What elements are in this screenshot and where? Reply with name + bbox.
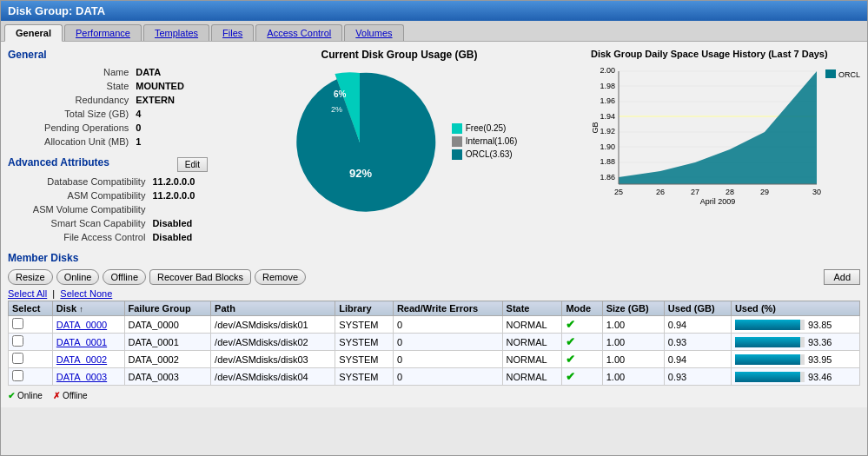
table-row: DATA_0001 DATA_0001 /dev/ASMdisks/disk02…	[9, 334, 860, 351]
cell-errors-1: 0	[393, 334, 502, 351]
cell-mode-1: ✔	[562, 334, 602, 351]
svg-text:1.96: 1.96	[600, 96, 615, 105]
row-checkbox-0[interactable]	[12, 318, 23, 329]
mode-checkmark-0: ✔	[566, 318, 575, 331]
col-size-gb: Size (GB)	[602, 301, 664, 316]
edit-button[interactable]: Edit	[177, 157, 208, 172]
offline-label: Offline	[63, 391, 88, 400]
row-checkbox-3[interactable]	[12, 370, 23, 381]
bar-fill-2	[735, 354, 800, 365]
pie-chart-title: Current Disk Group Usage (GB)	[215, 49, 584, 61]
advanced-section-title: Advanced Attributes	[8, 156, 109, 169]
status-footer: ✔ Online ✗ Offline	[8, 391, 860, 400]
svg-text:1.92: 1.92	[600, 127, 615, 135]
legend-label-orcl: ORCL(3.63)	[466, 149, 513, 159]
cell-used-gb-1: 0.93	[664, 334, 731, 351]
offline-button[interactable]: Offline	[103, 269, 146, 285]
pct-label-2: 93.95	[808, 354, 832, 365]
db-compat-label: Database Compatibility	[10, 175, 148, 188]
file-access-label: File Access Control	[10, 231, 148, 243]
pct-label-1: 93.36	[808, 337, 832, 347]
cell-state-3: NORMAL	[502, 368, 562, 386]
cell-used-gb-0: 0.94	[664, 316, 731, 334]
advanced-attrs-panel: Advanced Attributes Edit Database Compat…	[8, 156, 208, 245]
member-disks-toolbar: Resize Online Offline Recover Bad Blocks…	[8, 269, 860, 285]
tab-general[interactable]: General	[4, 24, 63, 42]
usage-bar-2	[735, 354, 805, 365]
bar-fill-0	[735, 320, 800, 330]
resize-button[interactable]: Resize	[8, 269, 53, 285]
row-checkbox-2[interactable]	[12, 353, 23, 364]
cell-checkbox-2[interactable]	[9, 351, 53, 368]
area-chart-section: Disk Group Daily Space Usage History (La…	[591, 49, 860, 245]
remove-button[interactable]: Remove	[255, 269, 306, 285]
pct-label-3: 93.46	[808, 372, 832, 382]
cell-size-2: 1.00	[602, 351, 664, 368]
col-state: State	[502, 301, 562, 316]
tab-templates[interactable]: Templates	[143, 24, 209, 41]
cell-failure-group-1: DATA_0001	[124, 334, 211, 351]
smart-scan-label: Smart Scan Capability	[10, 217, 148, 229]
disk-link-0[interactable]: DATA_0000	[56, 320, 107, 330]
online-button[interactable]: Online	[56, 269, 100, 285]
disk-link-3[interactable]: DATA_0003	[56, 372, 107, 382]
name-label: Name	[10, 66, 131, 78]
mode-checkmark-3: ✔	[566, 370, 575, 383]
general-section-title: General	[8, 49, 208, 61]
pending-ops-value: 0	[133, 122, 206, 134]
col-library: Library	[335, 301, 394, 316]
usage-bar-3	[735, 372, 805, 382]
total-size-value: 4	[133, 108, 206, 120]
cell-checkbox-0[interactable]	[9, 316, 53, 334]
cell-checkbox-3[interactable]	[9, 368, 53, 386]
mode-checkmark-2: ✔	[566, 353, 575, 366]
add-button[interactable]: Add	[824, 269, 860, 285]
pie-chart-legend: Free(0.25) Internal(1.06) ORCL(3.63)	[452, 123, 517, 162]
svg-marker-20	[619, 71, 817, 184]
row-checkbox-1[interactable]	[12, 335, 23, 347]
cell-size-3: 1.00	[602, 368, 664, 386]
file-access-value: Disabled	[149, 231, 206, 243]
cell-disk-3: DATA_0003	[52, 368, 124, 386]
svg-text:28: 28	[726, 188, 734, 196]
asm-compat-label: ASM Compatibility	[10, 189, 148, 202]
name-value: DATA	[133, 66, 206, 78]
recover-bad-blocks-button[interactable]: Recover Bad Blocks	[149, 269, 251, 285]
table-row: DATA_0002 DATA_0002 /dev/ASMdisks/disk03…	[9, 351, 860, 368]
col-disk[interactable]: Disk ↑	[52, 301, 124, 316]
col-read-write-errors: Read/Write Errors	[393, 301, 502, 316]
tab-access-control[interactable]: Access Control	[255, 24, 342, 41]
redundancy-label: Redundancy	[10, 94, 131, 106]
tab-performance[interactable]: Performance	[64, 24, 142, 41]
cell-size-1: 1.00	[602, 334, 664, 351]
cell-used-pct-3: 93.46	[731, 368, 859, 386]
disk-link-1[interactable]: DATA_0001	[56, 337, 107, 347]
svg-text:1.88: 1.88	[600, 157, 615, 166]
tab-volumes[interactable]: Volumes	[344, 24, 403, 41]
toolbar-left: Resize Online Offline Recover Bad Blocks…	[8, 269, 306, 285]
table-row: DATA_0000 DATA_0000 /dev/ASMdisks/disk01…	[9, 316, 860, 334]
general-info-table: Name DATA State MOUNTED Redundancy EXTER…	[8, 64, 208, 149]
legend-color-free	[452, 123, 462, 134]
cell-checkbox-1[interactable]	[9, 334, 53, 351]
area-chart-svg: 2.00 1.98 1.96 1.94 1.92 1.90 1.88 1.86 …	[591, 63, 851, 210]
cell-used-pct-0: 93.85	[731, 316, 859, 334]
disk-link-2[interactable]: DATA_0002	[56, 354, 107, 365]
svg-text:ORCL: ORCL	[838, 70, 860, 79]
cell-state-0: NORMAL	[502, 316, 562, 334]
select-all-link[interactable]: Select All	[8, 288, 47, 299]
svg-text:25: 25	[614, 188, 623, 196]
cell-disk-2: DATA_0002	[52, 351, 124, 368]
alloc-unit-value: 1	[133, 135, 206, 148]
bar-fill-3	[735, 372, 800, 382]
svg-text:2.00: 2.00	[600, 66, 615, 75]
cell-path-3: /dev/ASMdisks/disk04	[211, 368, 335, 386]
svg-text:April 2009: April 2009	[700, 197, 736, 206]
db-compat-value: 11.2.0.0.0	[149, 175, 206, 188]
tab-files[interactable]: Files	[211, 24, 254, 41]
cell-library-3: SYSTEM	[335, 368, 394, 386]
select-none-link[interactable]: Select None	[60, 288, 112, 299]
area-chart-title: Disk Group Daily Space Usage History (La…	[591, 49, 860, 59]
online-checkmark: ✔	[8, 391, 15, 400]
general-info-panel: General Name DATA State MOUNTED Redundan…	[8, 49, 208, 245]
